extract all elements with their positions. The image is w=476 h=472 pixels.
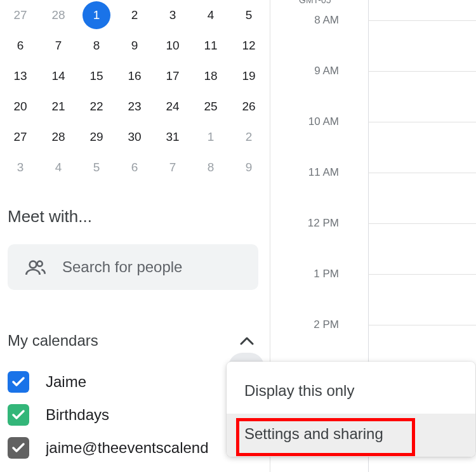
mini-day[interactable]: 6 xyxy=(116,152,154,183)
my-calendars-title: My calendars xyxy=(8,332,98,350)
mini-day[interactable]: 15 xyxy=(77,61,116,91)
meet-with-section: Meet with... Search for people xyxy=(0,207,270,290)
mini-day[interactable]: 30 xyxy=(116,122,154,152)
mini-day[interactable]: 18 xyxy=(192,61,230,91)
hour-label: 10 AM xyxy=(308,115,339,128)
svg-point-1 xyxy=(37,261,43,266)
hour-line xyxy=(368,122,476,122)
mini-day[interactable]: 9 xyxy=(230,152,268,183)
mini-day[interactable]: 11 xyxy=(192,30,230,61)
calendar-context-menu: Display this only Settings and sharing xyxy=(227,362,475,457)
mini-day[interactable]: 31 xyxy=(154,122,192,152)
svg-point-0 xyxy=(30,261,37,268)
mini-day[interactable]: 23 xyxy=(116,91,154,122)
calendar-label: Birthdays xyxy=(46,406,109,424)
checkbox-icon[interactable] xyxy=(8,371,29,393)
mini-day[interactable]: 3 xyxy=(154,0,192,30)
mini-day[interactable]: 2 xyxy=(116,0,154,30)
hour-label: 9 AM xyxy=(314,65,339,77)
calendar-label: jaime@theeventscalend xyxy=(46,439,209,457)
mini-day[interactable]: 5 xyxy=(230,0,268,30)
mini-day[interactable]: 1 xyxy=(192,122,230,152)
calendar-label: Jaime xyxy=(46,373,86,391)
mini-day[interactable]: 21 xyxy=(39,91,77,122)
checkbox-icon[interactable] xyxy=(8,404,29,426)
people-icon xyxy=(25,259,46,275)
hour-line xyxy=(368,223,476,224)
mini-day[interactable]: 6 xyxy=(1,30,39,61)
hour-label: 12 PM xyxy=(308,217,339,230)
hour-line xyxy=(368,173,476,173)
mini-day[interactable]: 20 xyxy=(1,91,39,122)
mini-day[interactable]: 4 xyxy=(192,0,230,30)
calendar-item[interactable]: jaime@theeventscalend xyxy=(8,437,258,459)
timezone-label: GMT-05 xyxy=(299,0,331,5)
menu-settings-sharing[interactable]: Settings and sharing xyxy=(227,414,475,457)
search-placeholder: Search for people xyxy=(62,258,182,276)
calendar-item[interactable]: Jaime xyxy=(8,371,258,393)
mini-day[interactable]: 8 xyxy=(192,152,230,183)
mini-day[interactable]: 27 xyxy=(1,122,39,152)
mini-day[interactable]: 22 xyxy=(77,91,116,122)
hour-line xyxy=(368,71,476,72)
hour-label: 8 AM xyxy=(314,14,339,27)
hour-line xyxy=(368,274,476,275)
mini-day[interactable]: 8 xyxy=(77,30,116,61)
mini-day[interactable]: 19 xyxy=(230,61,268,91)
checkbox-icon[interactable] xyxy=(8,437,29,459)
hour-label: 2 PM xyxy=(314,318,339,331)
mini-day[interactable]: 27 xyxy=(1,0,39,30)
calendar-item[interactable]: Birthdays xyxy=(8,404,258,426)
hour-label: 1 PM xyxy=(314,268,339,280)
mini-day[interactable]: 5 xyxy=(77,152,116,183)
mini-calendar: 2728123456789101112131415161718192021222… xyxy=(0,0,270,183)
hour-line xyxy=(368,325,476,325)
mini-day[interactable]: 17 xyxy=(154,61,192,91)
mini-day[interactable]: 7 xyxy=(154,152,192,183)
search-people-input[interactable]: Search for people xyxy=(8,244,258,290)
mini-day[interactable]: 7 xyxy=(39,30,77,61)
mini-day[interactable]: 16 xyxy=(116,61,154,91)
menu-display-only[interactable]: Display this only xyxy=(227,370,475,414)
meet-with-title: Meet with... xyxy=(8,207,258,226)
mini-day[interactable]: 10 xyxy=(154,30,192,61)
mini-day[interactable]: 3 xyxy=(1,152,39,183)
mini-day[interactable]: 1 xyxy=(77,0,116,30)
mini-day[interactable]: 26 xyxy=(230,91,268,122)
hour-label: 11 AM xyxy=(308,166,339,179)
mini-day[interactable]: 13 xyxy=(1,61,39,91)
mini-day[interactable]: 28 xyxy=(39,0,77,30)
mini-day[interactable]: 4 xyxy=(39,152,77,183)
chevron-up-icon[interactable] xyxy=(235,329,258,352)
mini-day[interactable]: 28 xyxy=(39,122,77,152)
mini-day[interactable]: 25 xyxy=(192,91,230,122)
mini-day[interactable]: 29 xyxy=(77,122,116,152)
mini-day[interactable]: 12 xyxy=(230,30,268,61)
mini-day[interactable]: 2 xyxy=(230,122,268,152)
mini-day[interactable]: 24 xyxy=(154,91,192,122)
hour-line xyxy=(368,20,476,21)
mini-day[interactable]: 14 xyxy=(39,61,77,91)
mini-day[interactable]: 9 xyxy=(116,30,154,61)
